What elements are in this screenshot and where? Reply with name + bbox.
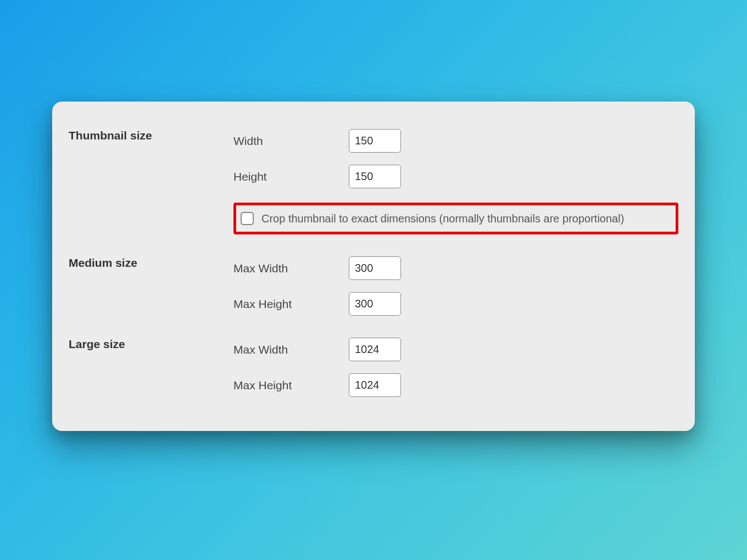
large-maxwidth-row: Max Width — [233, 338, 678, 361]
medium-maxwidth-row: Max Width — [233, 256, 678, 280]
crop-thumbnail-highlight: Crop thumbnail to exact dimensions (norm… — [233, 203, 678, 234]
thumbnail-width-label: Width — [233, 135, 349, 148]
medium-maxwidth-input[interactable] — [349, 256, 401, 280]
thumbnail-height-label: Height — [233, 170, 349, 183]
medium-maxheight-row: Max Height — [233, 292, 678, 316]
thumbnail-size-section: Thumbnail size Width Height Crop thumbna… — [69, 129, 678, 234]
large-maxheight-row: Max Height — [233, 373, 678, 397]
medium-size-title: Medium size — [69, 256, 233, 316]
crop-thumbnail-label: Crop thumbnail to exact dimensions (norm… — [261, 212, 624, 225]
large-maxwidth-label: Max Width — [233, 343, 349, 356]
medium-maxheight-label: Max Height — [233, 298, 349, 311]
thumbnail-width-row: Width — [233, 129, 678, 153]
media-settings-panel: Thumbnail size Width Height Crop thumbna… — [52, 102, 695, 431]
large-maxheight-label: Max Height — [233, 379, 349, 392]
large-maxwidth-input[interactable] — [349, 338, 401, 361]
medium-size-section: Medium size Max Width Max Height — [69, 256, 678, 316]
thumbnail-height-input[interactable] — [349, 165, 401, 188]
medium-maxwidth-label: Max Width — [233, 262, 349, 275]
crop-thumbnail-checkbox[interactable] — [241, 212, 254, 225]
large-fields: Max Width Max Height — [233, 338, 678, 397]
medium-maxheight-input[interactable] — [349, 292, 401, 316]
medium-fields: Max Width Max Height — [233, 256, 678, 316]
thumbnail-size-title: Thumbnail size — [69, 129, 233, 234]
thumbnail-width-input[interactable] — [349, 129, 401, 153]
large-maxheight-input[interactable] — [349, 373, 401, 397]
large-size-section: Large size Max Width Max Height — [69, 338, 678, 397]
thumbnail-fields: Width Height Crop thumbnail to exact dim… — [233, 129, 678, 234]
thumbnail-height-row: Height — [233, 165, 678, 188]
large-size-title: Large size — [69, 338, 233, 397]
